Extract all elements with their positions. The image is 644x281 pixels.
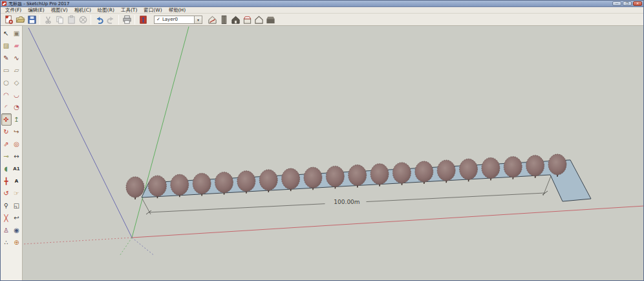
walk-tool[interactable]: ∴ bbox=[1, 236, 12, 249]
zoom-tool[interactable]: ⚲ bbox=[1, 199, 12, 212]
eraser-tool[interactable]: ▰ bbox=[12, 39, 22, 52]
get-models-button[interactable] bbox=[206, 14, 218, 25]
follow-me-icon: ↪ bbox=[14, 128, 19, 135]
get-models-house-icon bbox=[208, 15, 217, 25]
sketchup-logo-icon bbox=[2, 1, 6, 6]
zoom-extents-tool[interactable]: ╳ bbox=[1, 212, 12, 224]
push-pull-icon: ↥ bbox=[14, 116, 19, 123]
menu-item-help[interactable]: 帮助(H) bbox=[166, 7, 189, 14]
maximize-button[interactable]: ❐ bbox=[623, 1, 632, 6]
select-tool[interactable]: ↖ bbox=[1, 27, 12, 39]
window-title: 无标题 - SketchUp Pro 2017 bbox=[8, 1, 70, 7]
print-icon bbox=[122, 15, 132, 25]
dimension-tool[interactable]: ↔ bbox=[12, 150, 22, 163]
house-outline-button[interactable] bbox=[253, 14, 264, 25]
layer-combo-dropdown-button[interactable]: ▾ bbox=[194, 16, 202, 24]
circle-tool[interactable]: ○ bbox=[1, 76, 12, 89]
line-tool[interactable]: ✎ bbox=[1, 52, 12, 64]
erase-icon bbox=[78, 15, 88, 25]
text-tool[interactable]: A1 bbox=[12, 163, 22, 175]
extension-warehouse-button[interactable] bbox=[264, 14, 276, 25]
undo-button[interactable] bbox=[93, 14, 105, 25]
zoom-previous-tool[interactable]: ↩ bbox=[12, 212, 22, 224]
menu-item-view[interactable]: 视图(V) bbox=[48, 7, 71, 14]
toolbar-separator bbox=[91, 15, 91, 25]
cut-button[interactable] bbox=[42, 14, 54, 25]
scale-tool[interactable]: ⇗ bbox=[1, 138, 12, 150]
cabinet-icon bbox=[219, 15, 229, 25]
print-button[interactable] bbox=[121, 14, 133, 25]
two-point-arc-icon: ◡ bbox=[14, 91, 19, 98]
tape-measure-tool[interactable]: ⊸ bbox=[1, 150, 12, 163]
freehand-tool[interactable]: ∿ bbox=[12, 52, 22, 64]
save-button[interactable] bbox=[26, 14, 38, 25]
zoom-window-tool[interactable]: ◱ bbox=[12, 199, 22, 212]
zoom-extents-icon: ╳ bbox=[4, 214, 8, 221]
share-component-button[interactable] bbox=[241, 14, 253, 25]
two-point-arc-tool[interactable]: ◡ bbox=[12, 89, 22, 101]
menu-item-file[interactable]: 文件(F) bbox=[2, 7, 25, 14]
tape-measure-icon: ⊸ bbox=[3, 153, 8, 160]
offset-tool[interactable]: ◎ bbox=[12, 138, 22, 150]
open-button[interactable] bbox=[14, 14, 26, 25]
3d-text-icon: A bbox=[15, 179, 18, 184]
new-document-icon bbox=[4, 15, 14, 25]
orbit-tool[interactable]: ↺ bbox=[1, 187, 12, 199]
move-tool[interactable]: ✜ bbox=[1, 113, 12, 126]
minimize-button[interactable]: — bbox=[612, 1, 621, 6]
close-button[interactable]: ✕ bbox=[633, 1, 642, 6]
menu-item-window[interactable]: 窗口(W) bbox=[140, 7, 165, 14]
layer-combo-field[interactable]: ✓ Layer0 bbox=[154, 16, 194, 24]
make-component-tool[interactable]: ▣ bbox=[12, 27, 22, 39]
house-band-icon bbox=[242, 15, 252, 25]
protractor-tool[interactable]: ◖ bbox=[1, 163, 12, 175]
section-plane-tool[interactable]: ⊕ bbox=[12, 236, 22, 249]
menu-item-draw[interactable]: 绘图(R) bbox=[94, 7, 118, 14]
push-pull-tool[interactable]: ↥ bbox=[12, 113, 22, 126]
model-info-button[interactable] bbox=[137, 14, 149, 25]
polygon-icon: ◇ bbox=[14, 79, 19, 86]
viewport[interactable]: 100.00m bbox=[23, 26, 644, 281]
layer-combo[interactable]: ✓ Layer0 ▾ bbox=[154, 16, 202, 24]
title-bar: 无标题 - SketchUp Pro 2017 — ❐ ✕ bbox=[1, 1, 643, 7]
house-outline-icon bbox=[254, 15, 264, 25]
menu-item-tools[interactable]: 工具(T) bbox=[118, 7, 140, 14]
rectangle-tool[interactable]: ▭ bbox=[1, 64, 12, 76]
three-point-arc-tool[interactable]: ◜ bbox=[1, 101, 12, 113]
house-wide-icon bbox=[266, 15, 275, 25]
move-icon: ✜ bbox=[3, 116, 8, 123]
rotate-icon: ↻ bbox=[3, 128, 8, 135]
pie-tool[interactable]: ◔ bbox=[12, 101, 22, 113]
share-model-button[interactable] bbox=[230, 14, 241, 25]
pan-tool[interactable]: ☞ bbox=[12, 187, 22, 199]
follow-me-tool[interactable]: ↪ bbox=[12, 126, 22, 138]
save-floppy-icon bbox=[27, 15, 37, 25]
paint-bucket-tool[interactable]: ▨ bbox=[1, 39, 12, 52]
viewport-canvas[interactable]: 100.00m bbox=[23, 26, 644, 281]
rotated-rectangle-tool[interactable]: ▱ bbox=[12, 64, 22, 76]
redo-arrow-icon bbox=[106, 15, 116, 25]
rotate-tool[interactable]: ↻ bbox=[1, 126, 12, 138]
arc-tool[interactable]: ◠ bbox=[1, 89, 12, 101]
menu-item-edit[interactable]: 编辑(E) bbox=[25, 7, 48, 14]
polygon-tool[interactable]: ◇ bbox=[12, 76, 22, 89]
paint-bucket-icon: ▨ bbox=[3, 42, 9, 49]
copy-button[interactable] bbox=[54, 14, 65, 25]
components-cabinet-button[interactable] bbox=[218, 14, 230, 25]
make-component-icon: ▣ bbox=[14, 30, 19, 37]
line-icon: ✎ bbox=[3, 54, 8, 62]
walk-icon: ∴ bbox=[4, 239, 8, 246]
position-camera-tool[interactable]: ♙ bbox=[1, 224, 12, 236]
paste-button[interactable] bbox=[65, 14, 77, 25]
freehand-icon: ∿ bbox=[14, 54, 19, 62]
menu-item-camera[interactable]: 相机(C) bbox=[71, 7, 94, 14]
erase-button[interactable] bbox=[77, 14, 89, 25]
open-folder-icon bbox=[16, 15, 25, 25]
new-button[interactable] bbox=[3, 14, 14, 25]
arc-icon: ◠ bbox=[3, 91, 9, 98]
look-around-tool[interactable]: ◉ bbox=[12, 224, 22, 236]
redo-button[interactable] bbox=[105, 14, 116, 25]
axes-tool[interactable]: ╋ bbox=[1, 175, 12, 187]
3d-text-tool[interactable]: A bbox=[12, 175, 22, 187]
rectangle-icon: ▭ bbox=[3, 67, 9, 74]
